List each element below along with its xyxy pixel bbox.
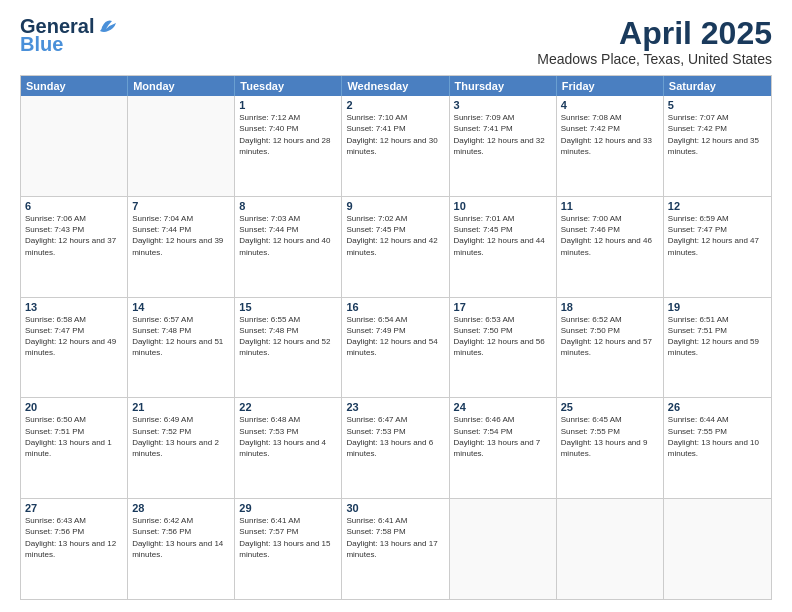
- calendar-day-cell: 9Sunrise: 7:02 AM Sunset: 7:45 PM Daylig…: [342, 197, 449, 297]
- day-number: 30: [346, 502, 444, 514]
- day-number: 27: [25, 502, 123, 514]
- day-info: Sunrise: 6:57 AM Sunset: 7:48 PM Dayligh…: [132, 314, 230, 359]
- calendar-subtitle: Meadows Place, Texas, United States: [537, 51, 772, 67]
- calendar-body: 1Sunrise: 7:12 AM Sunset: 7:40 PM Daylig…: [21, 96, 771, 599]
- day-info: Sunrise: 6:49 AM Sunset: 7:52 PM Dayligh…: [132, 414, 230, 459]
- day-number: 19: [668, 301, 767, 313]
- calendar-day-cell: 7Sunrise: 7:04 AM Sunset: 7:44 PM Daylig…: [128, 197, 235, 297]
- day-number: 14: [132, 301, 230, 313]
- day-info: Sunrise: 6:47 AM Sunset: 7:53 PM Dayligh…: [346, 414, 444, 459]
- day-info: Sunrise: 6:52 AM Sunset: 7:50 PM Dayligh…: [561, 314, 659, 359]
- calendar-day-cell: 24Sunrise: 6:46 AM Sunset: 7:54 PM Dayli…: [450, 398, 557, 498]
- day-info: Sunrise: 6:43 AM Sunset: 7:56 PM Dayligh…: [25, 515, 123, 560]
- calendar-day-cell: 14Sunrise: 6:57 AM Sunset: 7:48 PM Dayli…: [128, 298, 235, 398]
- calendar-day-cell: [21, 96, 128, 196]
- calendar-day-header: Tuesday: [235, 76, 342, 96]
- day-number: 29: [239, 502, 337, 514]
- calendar-day-cell: 12Sunrise: 6:59 AM Sunset: 7:47 PM Dayli…: [664, 197, 771, 297]
- day-number: 4: [561, 99, 659, 111]
- calendar-day-cell: 1Sunrise: 7:12 AM Sunset: 7:40 PM Daylig…: [235, 96, 342, 196]
- calendar-day-cell: 28Sunrise: 6:42 AM Sunset: 7:56 PM Dayli…: [128, 499, 235, 599]
- logo-area: General Blue: [20, 16, 120, 54]
- day-info: Sunrise: 7:04 AM Sunset: 7:44 PM Dayligh…: [132, 213, 230, 258]
- calendar-day-cell: 13Sunrise: 6:58 AM Sunset: 7:47 PM Dayli…: [21, 298, 128, 398]
- calendar-day-cell: 18Sunrise: 6:52 AM Sunset: 7:50 PM Dayli…: [557, 298, 664, 398]
- day-number: 23: [346, 401, 444, 413]
- day-info: Sunrise: 6:54 AM Sunset: 7:49 PM Dayligh…: [346, 314, 444, 359]
- day-number: 11: [561, 200, 659, 212]
- day-info: Sunrise: 6:50 AM Sunset: 7:51 PM Dayligh…: [25, 414, 123, 459]
- calendar-day-header: Sunday: [21, 76, 128, 96]
- calendar-week-row: 13Sunrise: 6:58 AM Sunset: 7:47 PM Dayli…: [21, 297, 771, 398]
- calendar-day-cell: 6Sunrise: 7:06 AM Sunset: 7:43 PM Daylig…: [21, 197, 128, 297]
- calendar-day-cell: 5Sunrise: 7:07 AM Sunset: 7:42 PM Daylig…: [664, 96, 771, 196]
- day-number: 1: [239, 99, 337, 111]
- day-number: 12: [668, 200, 767, 212]
- header: General Blue April 2025 Meadows Place, T…: [20, 16, 772, 67]
- title-area: April 2025 Meadows Place, Texas, United …: [537, 16, 772, 67]
- calendar-day-header: Monday: [128, 76, 235, 96]
- calendar-day-header: Friday: [557, 76, 664, 96]
- day-number: 28: [132, 502, 230, 514]
- logo-bird-icon: [98, 17, 120, 35]
- calendar-title: April 2025: [537, 16, 772, 51]
- day-number: 5: [668, 99, 767, 111]
- calendar-day-cell: 16Sunrise: 6:54 AM Sunset: 7:49 PM Dayli…: [342, 298, 449, 398]
- calendar-day-cell: 15Sunrise: 6:55 AM Sunset: 7:48 PM Dayli…: [235, 298, 342, 398]
- calendar-day-cell: [450, 499, 557, 599]
- calendar-day-cell: 22Sunrise: 6:48 AM Sunset: 7:53 PM Dayli…: [235, 398, 342, 498]
- day-info: Sunrise: 7:12 AM Sunset: 7:40 PM Dayligh…: [239, 112, 337, 157]
- day-number: 26: [668, 401, 767, 413]
- calendar-day-cell: 17Sunrise: 6:53 AM Sunset: 7:50 PM Dayli…: [450, 298, 557, 398]
- calendar-day-header: Saturday: [664, 76, 771, 96]
- calendar-day-cell: 27Sunrise: 6:43 AM Sunset: 7:56 PM Dayli…: [21, 499, 128, 599]
- day-number: 3: [454, 99, 552, 111]
- day-number: 24: [454, 401, 552, 413]
- calendar-day-cell: 10Sunrise: 7:01 AM Sunset: 7:45 PM Dayli…: [450, 197, 557, 297]
- day-number: 6: [25, 200, 123, 212]
- day-number: 21: [132, 401, 230, 413]
- day-info: Sunrise: 6:41 AM Sunset: 7:58 PM Dayligh…: [346, 515, 444, 560]
- day-info: Sunrise: 6:42 AM Sunset: 7:56 PM Dayligh…: [132, 515, 230, 560]
- day-info: Sunrise: 7:00 AM Sunset: 7:46 PM Dayligh…: [561, 213, 659, 258]
- calendar-day-cell: 21Sunrise: 6:49 AM Sunset: 7:52 PM Dayli…: [128, 398, 235, 498]
- day-info: Sunrise: 6:58 AM Sunset: 7:47 PM Dayligh…: [25, 314, 123, 359]
- day-info: Sunrise: 6:45 AM Sunset: 7:55 PM Dayligh…: [561, 414, 659, 459]
- calendar-day-cell: 4Sunrise: 7:08 AM Sunset: 7:42 PM Daylig…: [557, 96, 664, 196]
- calendar-day-cell: 19Sunrise: 6:51 AM Sunset: 7:51 PM Dayli…: [664, 298, 771, 398]
- day-info: Sunrise: 7:08 AM Sunset: 7:42 PM Dayligh…: [561, 112, 659, 157]
- calendar-day-cell: [557, 499, 664, 599]
- calendar-day-cell: 30Sunrise: 6:41 AM Sunset: 7:58 PM Dayli…: [342, 499, 449, 599]
- day-number: 2: [346, 99, 444, 111]
- calendar-week-row: 20Sunrise: 6:50 AM Sunset: 7:51 PM Dayli…: [21, 397, 771, 498]
- page: General Blue April 2025 Meadows Place, T…: [0, 0, 792, 612]
- calendar-day-cell: 20Sunrise: 6:50 AM Sunset: 7:51 PM Dayli…: [21, 398, 128, 498]
- calendar-week-row: 27Sunrise: 6:43 AM Sunset: 7:56 PM Dayli…: [21, 498, 771, 599]
- calendar-day-header: Thursday: [450, 76, 557, 96]
- day-number: 9: [346, 200, 444, 212]
- logo-blue: Blue: [20, 34, 63, 54]
- day-number: 20: [25, 401, 123, 413]
- calendar-day-cell: [664, 499, 771, 599]
- day-info: Sunrise: 6:41 AM Sunset: 7:57 PM Dayligh…: [239, 515, 337, 560]
- day-number: 18: [561, 301, 659, 313]
- day-number: 10: [454, 200, 552, 212]
- day-info: Sunrise: 6:55 AM Sunset: 7:48 PM Dayligh…: [239, 314, 337, 359]
- calendar: SundayMondayTuesdayWednesdayThursdayFrid…: [20, 75, 772, 600]
- calendar-week-row: 6Sunrise: 7:06 AM Sunset: 7:43 PM Daylig…: [21, 196, 771, 297]
- day-number: 22: [239, 401, 337, 413]
- day-number: 8: [239, 200, 337, 212]
- calendar-day-cell: 26Sunrise: 6:44 AM Sunset: 7:55 PM Dayli…: [664, 398, 771, 498]
- day-number: 7: [132, 200, 230, 212]
- day-info: Sunrise: 6:46 AM Sunset: 7:54 PM Dayligh…: [454, 414, 552, 459]
- day-info: Sunrise: 7:03 AM Sunset: 7:44 PM Dayligh…: [239, 213, 337, 258]
- day-info: Sunrise: 7:09 AM Sunset: 7:41 PM Dayligh…: [454, 112, 552, 157]
- calendar-day-cell: 2Sunrise: 7:10 AM Sunset: 7:41 PM Daylig…: [342, 96, 449, 196]
- calendar-day-header: Wednesday: [342, 76, 449, 96]
- day-number: 13: [25, 301, 123, 313]
- calendar-day-cell: 23Sunrise: 6:47 AM Sunset: 7:53 PM Dayli…: [342, 398, 449, 498]
- day-number: 15: [239, 301, 337, 313]
- day-info: Sunrise: 7:06 AM Sunset: 7:43 PM Dayligh…: [25, 213, 123, 258]
- day-info: Sunrise: 6:53 AM Sunset: 7:50 PM Dayligh…: [454, 314, 552, 359]
- day-info: Sunrise: 7:01 AM Sunset: 7:45 PM Dayligh…: [454, 213, 552, 258]
